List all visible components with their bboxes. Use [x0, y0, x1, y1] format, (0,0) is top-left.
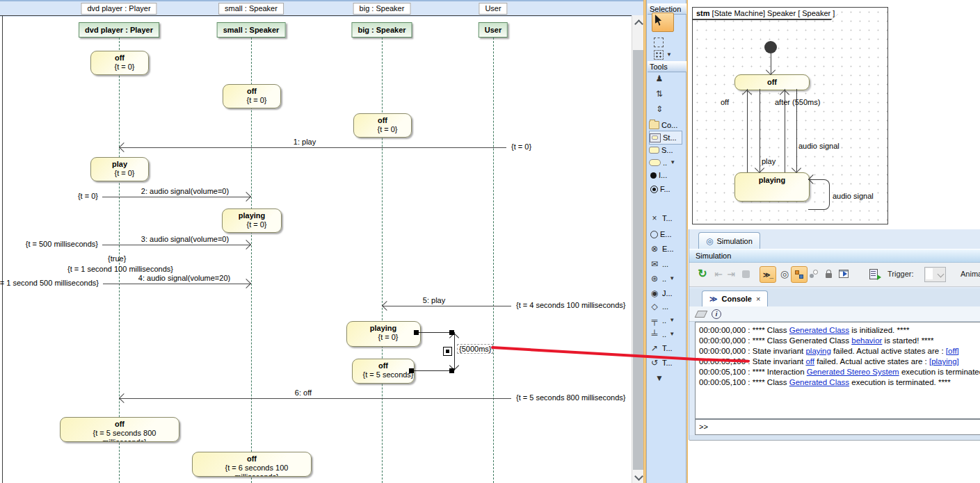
- dropdown-arrow-icon[interactable]: ▼: [666, 49, 672, 61]
- palette-item-final-state[interactable]: F...: [649, 183, 685, 195]
- scroll-up-button[interactable]: [632, 15, 644, 28]
- step-over-button[interactable]: ⇥: [723, 266, 739, 281]
- message-line[interactable]: [119, 398, 511, 399]
- transition-after-550ms[interactable]: [785, 89, 785, 172]
- palette-item-terminate[interactable]: ×T...: [649, 212, 685, 224]
- palette-item-more[interactable]: ▼: [654, 372, 690, 384]
- selection-handle[interactable]: [409, 368, 414, 373]
- console-link[interactable]: off: [805, 357, 814, 366]
- state-invariant[interactable]: off{t = 5 seconds 800 milliseconds}: [60, 417, 179, 442]
- palette-item-state[interactable]: S...: [649, 144, 685, 156]
- initial-state-icon[interactable]: [764, 41, 777, 54]
- lifeline-head[interactable]: User: [479, 22, 508, 38]
- palette-item-expand-vertical[interactable]: ⇅: [654, 88, 690, 100]
- transition-play[interactable]: [760, 89, 760, 172]
- state-invariant[interactable]: off{t = 0}: [223, 84, 281, 108]
- palette-item-join[interactable]: ╧..▼: [649, 328, 685, 341]
- console-link[interactable]: [playing]: [929, 357, 959, 366]
- transition-audio-signal[interactable]: [796, 89, 797, 172]
- selection-handle[interactable]: [414, 330, 419, 335]
- console-output[interactable]: 00:00:00,000 : **** Class Generated Clas…: [695, 322, 980, 419]
- palette-item-stamp[interactable]: ♟: [654, 72, 690, 85]
- palette-item-state-machine-diagram[interactable]: St...: [649, 131, 682, 145]
- scroll-down-button[interactable]: [632, 470, 644, 483]
- console-toggle-button[interactable]: ≫_: [760, 266, 776, 283]
- console-tab[interactable]: ≫ Console ×: [702, 290, 768, 306]
- lifeline-head[interactable]: dvd player : Player: [79, 22, 159, 38]
- state-invariant[interactable]: off{t = 0}: [353, 113, 412, 138]
- message-line[interactable]: [103, 284, 251, 284]
- palette-item-signal[interactable]: ✉...: [649, 258, 685, 270]
- simulation-tab[interactable]: ◎ Simulation: [698, 232, 760, 249]
- palette-item-transition[interactable]: ↗T...: [649, 342, 685, 354]
- palette-item-junction[interactable]: ◉J...: [649, 287, 685, 300]
- state-invariant[interactable]: play{t = 0}: [90, 157, 149, 181]
- state-invariant[interactable]: playing{t = 0}: [222, 208, 282, 233]
- console-link[interactable]: Generated Class: [789, 378, 849, 386]
- state-invariant[interactable]: off{t = 6 seconds 100 milliseconds}: [192, 452, 312, 477]
- selection-handle[interactable]: [449, 368, 454, 373]
- state-invariant[interactable]: playing{t = 0}: [346, 321, 421, 347]
- palette-item-grid-select[interactable]: ▼: [654, 49, 690, 61]
- stm-state-off[interactable]: off: [734, 74, 810, 90]
- message-label: 4: audio signal(volume=20): [138, 274, 230, 282]
- scrollbar-thumb[interactable]: [633, 50, 643, 470]
- breakpoints-button[interactable]: [806, 266, 821, 281]
- message-line[interactable]: [102, 245, 251, 245]
- lifeline-head[interactable]: big : Speaker: [351, 22, 412, 38]
- diagram-vertical-scrollbar[interactable]: [632, 15, 644, 483]
- trigger-dropdown[interactable]: [924, 267, 946, 282]
- clear-console-icon[interactable]: [695, 311, 708, 318]
- transition-off[interactable]: [747, 89, 748, 172]
- state-invariant[interactable]: off{t = 0}: [90, 51, 149, 75]
- self-transition-audio-signal[interactable]: [808, 179, 830, 210]
- lifeline-header-label[interactable]: User: [479, 3, 507, 15]
- selection-handle[interactable]: [449, 330, 454, 335]
- palette-item-initial-node[interactable]: I...: [649, 169, 685, 181]
- open-ui-button[interactable]: [836, 266, 851, 281]
- sequence-diagram-canvas[interactable]: dvd player : Playersmall : Speakerbig : …: [0, 0, 643, 483]
- dropdown-arrow-icon[interactable]: ▼: [669, 314, 675, 327]
- palette-item-history[interactable]: ⊛..▼: [649, 272, 685, 285]
- duration-constraint-label[interactable]: {5000ms}: [457, 344, 493, 354]
- console-link[interactable]: Generated Class: [789, 326, 849, 334]
- message-line[interactable]: [382, 306, 511, 306]
- palette-item-fork[interactable]: ╤..▼: [649, 314, 685, 327]
- run-button[interactable]: ↻: [695, 266, 710, 281]
- lifeline-head[interactable]: small : Speaker: [217, 22, 286, 38]
- palette-item-entry-point[interactable]: E...: [649, 228, 685, 240]
- state-invariant[interactable]: off{t = 5 seconds}: [352, 359, 415, 384]
- selection-handle-middle[interactable]: [443, 347, 452, 356]
- lifeline-line[interactable]: [493, 38, 494, 483]
- options-button[interactable]: ◎: [777, 266, 792, 281]
- message-line[interactable]: [102, 197, 251, 197]
- palette-item-choice[interactable]: ◇...: [649, 300, 685, 313]
- export-run-button[interactable]: [866, 266, 881, 281]
- dropdown-arrow-icon[interactable]: ▼: [670, 156, 675, 169]
- lock-button[interactable]: [821, 266, 836, 281]
- palette-item-containment-folder[interactable]: Co...: [649, 119, 685, 131]
- palette-item-collapse-vertical[interactable]: ⇕: [654, 103, 690, 115]
- dropdown-arrow-icon[interactable]: ▼: [669, 272, 675, 285]
- console-close-icon[interactable]: ×: [756, 295, 760, 303]
- info-icon[interactable]: i: [712, 309, 721, 319]
- message-line[interactable]: [119, 147, 506, 148]
- variables-tree-toggle-button[interactable]: [791, 266, 808, 283]
- lifeline-header-label[interactable]: dvd player : Player: [81, 3, 156, 15]
- palette-item-pointer[interactable]: [654, 14, 690, 26]
- palette-item-submachine-state[interactable]: ..▼: [649, 156, 685, 169]
- palette-item-exit-point[interactable]: ⊗E...: [649, 243, 685, 255]
- dropdown-arrow-icon[interactable]: ▼: [669, 328, 675, 341]
- lifeline-header-label[interactable]: small : Speaker: [218, 3, 284, 15]
- stm-title-text: [State Machine] Speaker [ Speaker ]: [710, 9, 835, 17]
- stm-state-playing[interactable]: playing: [734, 172, 810, 202]
- console-input[interactable]: >>: [695, 419, 980, 435]
- console-link[interactable]: playing: [805, 347, 830, 355]
- console-link[interactable]: behavior: [851, 336, 882, 345]
- lifeline-line[interactable]: [382, 38, 383, 483]
- console-link[interactable]: Generated Stereo System: [807, 368, 899, 376]
- palette-item-marquee[interactable]: [654, 36, 690, 49]
- stop-button[interactable]: [738, 266, 753, 281]
- lifeline-header-label[interactable]: big : Speaker: [353, 3, 411, 15]
- console-link[interactable]: [off]: [946, 347, 959, 355]
